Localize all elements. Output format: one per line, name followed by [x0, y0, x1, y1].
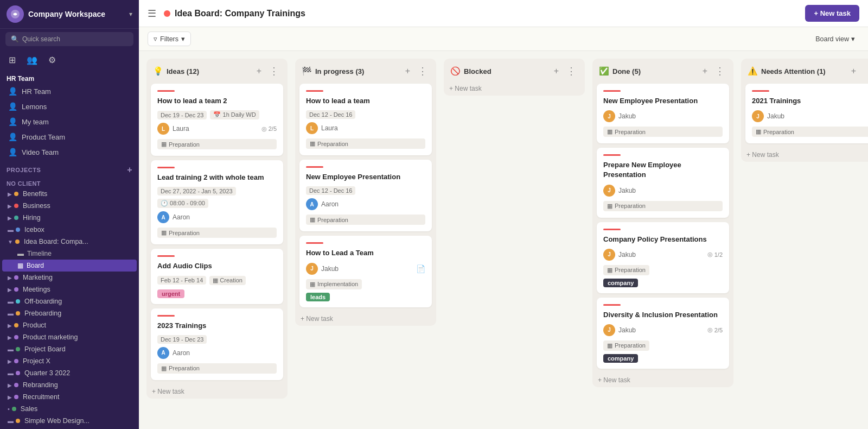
card-new-employee-presentation-ip[interactable]: New Employee Presentation Dec 12 - Dec 1…	[299, 160, 432, 231]
project-label: Recruitment	[23, 393, 59, 401]
grid-icon: ▦	[161, 141, 167, 148]
chevron-down-icon: ▼	[8, 239, 13, 245]
add-task-in-progress[interactable]: + New task	[295, 312, 436, 326]
needs-attention-add-button[interactable]: +	[849, 65, 858, 77]
add-task-done[interactable]: + New task	[592, 373, 733, 387]
search-icon: 🔍	[11, 35, 19, 43]
menu-toggle-button[interactable]: ☰	[148, 8, 156, 20]
project-idea-board[interactable]: ▼ Idea Board: Compa...	[2, 236, 137, 248]
card-2021-trainings[interactable]: 2021 Trainings J Jakub ▦ Preparation	[745, 84, 868, 143]
project-business[interactable]: ▶ Business	[2, 200, 137, 212]
project-sales[interactable]: • Sales	[2, 403, 137, 415]
sub-label: Board	[27, 262, 44, 269]
card-how-to-lead-team-caps[interactable]: How to Lead a Team J Jakub 📄 ▦ Implement…	[299, 236, 432, 307]
project-project-board[interactable]: ▬ Project Board	[2, 343, 137, 355]
project-rebranding[interactable]: ▶ Rebranding	[2, 379, 137, 391]
grid-icon: ▦	[310, 140, 315, 147]
people-icon: 👥	[27, 55, 37, 65]
project-label: Rebranding	[23, 381, 58, 389]
add-task-ideas[interactable]: + New task	[146, 384, 288, 399]
card-company-policy[interactable]: Company Policy Presentations J Jakub ◎ 1…	[597, 222, 729, 293]
board-view-chevron-icon: ▾	[851, 35, 855, 43]
sidebar-item-hr-team[interactable]: 👤 HR Team	[0, 84, 139, 99]
card-add-audio-clips[interactable]: Add Audio Clips Feb 12 - Feb 14 ▦ Creati…	[151, 249, 283, 304]
card-new-employee-done[interactable]: New Employee Presentation J Jakub ▦ Prep…	[597, 84, 729, 143]
sidebar-item-my-team[interactable]: 👤 My team	[0, 114, 139, 129]
card-how-to-lead-team-2[interactable]: How to lead a team 2 Dec 19 - Dec 23 📅 1…	[151, 84, 283, 156]
chevron-right-icon: ▶	[8, 358, 12, 364]
project-recruitment[interactable]: ▶ Recruitment	[2, 391, 137, 403]
task-count: ◎ 2/5	[707, 326, 723, 333]
card-dates: Dec 19 - Dec 23	[157, 335, 277, 344]
sub-item-timeline[interactable]: ▬ Timeline	[2, 248, 137, 260]
board-view-button[interactable]: Board view ▾	[811, 32, 859, 46]
projects-section: PROJECTS +	[0, 160, 139, 177]
ideas-menu-button[interactable]: ⋮	[267, 64, 281, 78]
assignee-name: Jakub	[618, 187, 636, 194]
team-label: Lemons	[22, 103, 47, 111]
ideas-title: Ideas (12)	[167, 67, 251, 75]
in-progress-add-button[interactable]: +	[403, 65, 412, 77]
chevron-right-icon: ▶	[8, 323, 12, 329]
project-icebox[interactable]: ▬ Icebox	[2, 224, 137, 236]
topbar: ☰ Idea Board: Company Trainings + New ta…	[139, 0, 868, 27]
card-how-to-lead-team[interactable]: How to lead a team Dec 12 - Dec 16 L Lau…	[299, 84, 432, 155]
blocked-add-button[interactable]: +	[552, 65, 561, 77]
sub-item-board[interactable]: ▦ Board	[2, 260, 137, 272]
done-menu-button[interactable]: ⋮	[713, 64, 727, 78]
quick-search[interactable]: 🔍 Quick search	[5, 32, 133, 46]
project-product[interactable]: ▶ Product	[2, 319, 137, 331]
card-title: 2021 Trainings	[752, 96, 868, 106]
project-marketing[interactable]: ▶ Marketing	[2, 272, 137, 283]
chevron-right-icon: ▶	[8, 287, 12, 293]
new-task-button[interactable]: + New task	[805, 5, 859, 22]
project-dot	[14, 335, 18, 339]
nav-settings[interactable]: ⚙	[44, 52, 60, 68]
ideas-add-button[interactable]: +	[254, 65, 264, 77]
grid-icon: ▦	[161, 229, 167, 236]
team-icon: 👤	[7, 87, 18, 96]
ideas-icon: 💡	[153, 66, 163, 76]
card-2023-trainings[interactable]: 2023 Trainings Dec 19 - Dec 23 A Aaron ▦…	[151, 308, 283, 380]
grid-icon: ▦	[161, 365, 167, 372]
in-progress-menu-button[interactable]: ⋮	[416, 64, 430, 78]
add-project-button[interactable]: +	[127, 165, 132, 175]
project-benefits[interactable]: ▶ Benefits	[2, 188, 137, 200]
project-preboarding[interactable]: ▬ Preboarding	[2, 307, 137, 319]
add-task-blocked[interactable]: + New task	[444, 81, 585, 96]
sidebar-item-product-team[interactable]: 👤 Product Team	[0, 129, 139, 144]
project-quarter-3[interactable]: ▬ Quarter 3 2022	[2, 367, 137, 379]
sidebar-item-video-team[interactable]: 👤 Video Team	[0, 144, 139, 160]
project-product-marketing[interactable]: ▶ Product marketing	[2, 331, 137, 343]
card-meta: J Jakub ◎ 1/2	[603, 249, 723, 261]
card-prepare-new-employee[interactable]: Prepare New Employee Presentation J Jaku…	[597, 148, 729, 217]
add-task-needs-attention[interactable]: + New task	[741, 148, 868, 162]
main-content: ☰ Idea Board: Company Trainings + New ta…	[139, 0, 868, 429]
done-add-button[interactable]: +	[700, 65, 710, 77]
creation-badge: ▦ Creation	[209, 276, 246, 285]
project-simple-web[interactable]: ▬ Simple Web Design...	[2, 415, 137, 427]
project-hiring[interactable]: ▶ Hiring	[2, 212, 137, 224]
card-accent-bar	[306, 90, 323, 92]
nav-people[interactable]: 👥	[22, 52, 42, 68]
grid-icon: ▦	[607, 342, 612, 349]
company-badge: company	[603, 354, 638, 363]
sidebar: Company Workspace ▾ 🔍 Quick search ⊞ 👥 ⚙…	[0, 0, 139, 429]
card-accent-bar	[157, 315, 175, 317]
card-diversity[interactable]: Diversity & Inclusion Presentation J Jak…	[597, 298, 729, 369]
project-project-x[interactable]: ▶ Project X	[2, 355, 137, 367]
blocked-menu-button[interactable]: ⋮	[564, 64, 578, 78]
assignee-name: Aaron	[321, 200, 339, 208]
timeline-icon: ▬	[17, 250, 24, 257]
needs-attention-menu-button[interactable]: ⋮	[861, 64, 868, 78]
project-label: Idea Board: Compa...	[24, 238, 88, 245]
card-meta: A Aaron	[157, 211, 277, 223]
card-lead-training-2[interactable]: Lead training 2 with whole team Dec 27, …	[151, 160, 283, 244]
nav-home[interactable]: ⊞	[4, 52, 20, 68]
project-off-boarding[interactable]: ▬ Off-boarding	[2, 295, 137, 307]
workspace-header[interactable]: Company Workspace ▾	[0, 0, 139, 29]
filter-button[interactable]: ▿ Filters ▾	[148, 31, 191, 46]
project-meetings[interactable]: ▶ Meetings	[2, 283, 137, 295]
sidebar-item-lemons[interactable]: 👤 Lemons	[0, 99, 139, 114]
card-tag: ▦ Preparation	[752, 127, 868, 137]
